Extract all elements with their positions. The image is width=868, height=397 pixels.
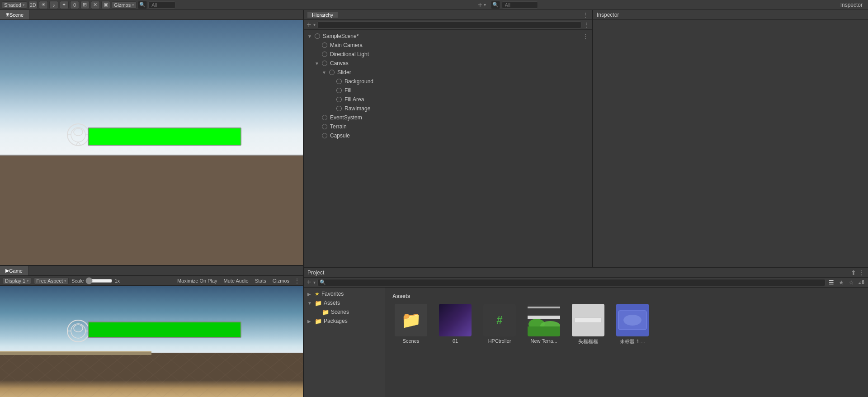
2d-button[interactable]: 2D	[28, 1, 38, 9]
display-dropdown[interactable]: Display 1 ▾	[3, 277, 31, 284]
search-icon-scene: 🔍	[138, 1, 147, 9]
game-slider-container[interactable]	[88, 321, 241, 338]
hierarchy-item-background[interactable]: Background	[304, 77, 592, 86]
hierarchy-item-fillarea[interactable]: Fill Area	[304, 95, 592, 104]
asset-item-hpctroller[interactable]: # HPCtroller	[479, 304, 520, 345]
project-list-view-icon[interactable]: ☰	[827, 279, 835, 287]
canvas-label: Canvas	[330, 60, 589, 66]
svg-point-1	[71, 128, 85, 142]
hierarchy-tab[interactable]: Hierarchy	[307, 12, 338, 18]
platform-step	[0, 351, 151, 355]
effects-icon: ✦	[62, 2, 66, 8]
script-hash-icon: #	[496, 314, 502, 326]
sidebar-item-packages[interactable]: ▶ 📁 Packages	[304, 317, 385, 326]
scene-grid-button[interactable]: ⊞	[80, 1, 90, 9]
inspector-title: Inspector	[597, 12, 619, 18]
scene-effects-button[interactable]: ✦	[60, 1, 69, 9]
scene-viewport[interactable]	[0, 20, 303, 265]
hierarchy-item-directionallight[interactable]: Directional Light	[304, 50, 592, 59]
svg-line-6	[78, 142, 81, 146]
sidebar-item-assets[interactable]: ▼ 📁 Assets	[304, 298, 385, 307]
asset-item-head-frame[interactable]: 头框框框	[568, 304, 609, 345]
scene-slider-container[interactable]	[88, 128, 241, 146]
project-add-btn[interactable]: +	[307, 278, 311, 287]
fillarea-icon	[335, 96, 343, 103]
sidebar-item-favorites[interactable]: ▶ ★ Favorites	[304, 289, 385, 298]
asset-item-scenes[interactable]: 📁 Scenes	[391, 304, 431, 345]
hierarchy-add-dropdown-icon[interactable]: ▾	[484, 2, 486, 7]
scene-0-button[interactable]: 0	[70, 1, 79, 9]
hierarchy-item-samplescene[interactable]: ▼ SampleScene* ⋮	[304, 32, 592, 41]
top-panels-row: Hierarchy ⋮ + ▾ ⋮	[304, 10, 868, 267]
hierarchy-item-eventsystem[interactable]: EventSystem	[304, 113, 592, 122]
asset-name-untitled: 未标题-1-...	[620, 338, 645, 345]
hierarchy-item-terrain[interactable]: Terrain	[304, 122, 592, 131]
white-bar-thumb	[575, 317, 602, 323]
canvas-arrow-icon: ▼	[315, 61, 321, 66]
project-filter-icon[interactable]: ⊿8	[857, 279, 865, 287]
hierarchy-add-btn[interactable]: +	[307, 21, 311, 29]
assets-title: Assets	[389, 291, 864, 302]
hierarchy-search-input[interactable]	[502, 1, 538, 9]
hierarchy-item-rawimage[interactable]: RawImage	[304, 104, 592, 113]
game-tab[interactable]: ▶ Game	[0, 266, 28, 275]
project-options-icon[interactable]: ⋮	[858, 269, 864, 276]
scene-audio-button[interactable]: ♪	[49, 1, 58, 9]
project-star-icon[interactable]: ★	[837, 279, 845, 287]
samplescene-label: SampleScene*	[323, 33, 582, 39]
hierarchy-more-btn[interactable]: ⋮	[582, 11, 589, 19]
game-astronaut	[66, 319, 90, 343]
asset-item-terrain[interactable]: New Terra...	[524, 304, 564, 345]
hierarchy-filter-input[interactable]	[317, 21, 581, 28]
scenes-folder-icon: 📁	[322, 309, 329, 316]
project-search-input[interactable]	[326, 279, 823, 286]
sidebar-item-scenes[interactable]: 📁 Scenes	[304, 307, 385, 317]
scene-tab[interactable]: ⊞ Scene	[0, 10, 29, 19]
asset-thumb-scenes: 📁	[395, 304, 427, 336]
gizmos-dropdown[interactable]: Gizmos ▾	[112, 1, 137, 9]
hierarchy-options-icon[interactable]: ⋮	[583, 21, 590, 28]
scale-slider[interactable]	[85, 277, 113, 284]
hierarchy-item-fill[interactable]: Fill	[304, 86, 592, 95]
untitled-asset-svg	[616, 304, 649, 336]
assets-label: Assets	[324, 300, 340, 306]
maximize-button[interactable]: Maximize On Play	[175, 278, 219, 284]
scene-search-input[interactable]	[148, 1, 175, 9]
project-title: Project	[307, 269, 324, 276]
hierarchy-dropdown-icon[interactable]: ▾	[313, 22, 316, 27]
aspect-dropdown[interactable]: Free Aspect ▾	[34, 277, 69, 284]
grid-icon: ⊞	[83, 2, 87, 8]
hierarchy-search-bar: + ▾ ⋮	[304, 20, 592, 30]
scene-light-button[interactable]: ☀	[39, 1, 48, 9]
scene-ground	[0, 155, 303, 265]
svg-rect-18	[528, 326, 560, 336]
hierarchy-item-capsule[interactable]: Capsule	[304, 131, 592, 140]
shaded-dropdown[interactable]: Shaded ▾	[2, 1, 27, 9]
mute-audio-button[interactable]: Mute Audio	[222, 278, 250, 284]
game-gizmos-button[interactable]: Gizmos	[271, 278, 291, 284]
game-tab-bar: ▶ Game	[0, 266, 303, 276]
stats-button[interactable]: Stats	[253, 278, 268, 284]
project-save-icon[interactable]: ⬆	[851, 269, 856, 276]
scene-render-button[interactable]: ▣	[101, 1, 110, 9]
shaded-label: Shaded	[4, 2, 21, 8]
scene-x-button[interactable]: ✕	[91, 1, 100, 9]
game-more-icon[interactable]: ⋮	[294, 277, 300, 284]
hierarchy-item-canvas[interactable]: ▼ Canvas	[304, 59, 592, 68]
inspector-body	[593, 20, 868, 267]
packages-label: Packages	[324, 318, 348, 324]
favorites-arrow-icon: ▶	[307, 292, 313, 297]
hierarchy-item-maincamera[interactable]: Main Camera	[304, 41, 592, 50]
fill-icon	[335, 87, 343, 94]
samplescene-more-icon[interactable]: ⋮	[582, 33, 589, 40]
project-star2-icon[interactable]: ☆	[847, 279, 855, 287]
hierarchy-item-slider[interactable]: ▼ Slider	[304, 68, 592, 77]
asset-item-01[interactable]: 01	[435, 304, 476, 345]
project-add-arrow-icon[interactable]: ▾	[313, 280, 316, 285]
svg-point-12	[74, 325, 83, 332]
asset-item-untitled[interactable]: 未标题-1-...	[612, 304, 653, 345]
hierarchy-add-icon[interactable]: +	[478, 1, 482, 9]
game-viewport[interactable]	[0, 286, 303, 397]
favorites-label: Favorites	[321, 291, 344, 297]
inspector-header-label: Inspector	[840, 2, 866, 8]
